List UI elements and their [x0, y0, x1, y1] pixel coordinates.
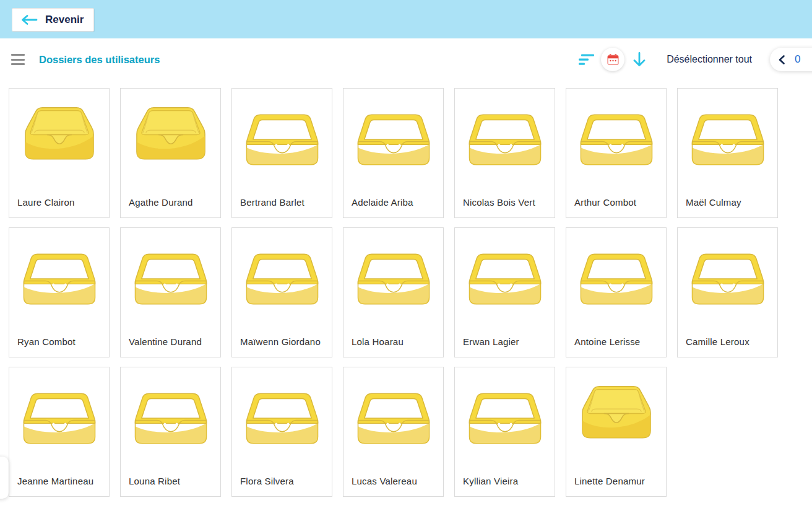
chevron-left-icon[interactable] — [778, 55, 785, 65]
back-arrow-icon — [20, 14, 38, 25]
folder-name: Arthur Combot — [574, 197, 636, 208]
folder-name: Adelaide Ariba — [352, 197, 413, 208]
folder-card[interactable]: Erwan Lagier — [454, 227, 555, 357]
folder-card[interactable]: Flora Silvera — [231, 367, 332, 497]
top-bar: Revenir — [0, 0, 812, 38]
folder-card[interactable]: Jeanne Martineau — [9, 367, 110, 497]
inbox-empty-icon — [232, 253, 332, 308]
back-button[interactable]: Revenir — [12, 8, 94, 32]
deselect-all-button[interactable]: Désélectionner tout — [667, 54, 752, 65]
folder-grid: Laure Clairon Agathe Durand Bertrand Bar… — [9, 88, 812, 497]
selection-count: 0 — [795, 53, 800, 66]
folder-card[interactable]: Ryan Combot — [9, 227, 110, 357]
folder-name: Kyllian Vieira — [463, 476, 518, 486]
folder-name: Laure Clairon — [17, 197, 75, 208]
folder-name: Linette Denamur — [574, 476, 645, 486]
folder-name: Ryan Combot — [17, 336, 76, 347]
inbox-empty-icon — [343, 253, 443, 308]
folder-name: Maïwenn Giordano — [240, 336, 321, 347]
folder-name: Valentine Durand — [129, 336, 202, 347]
inbox-empty-icon — [455, 113, 555, 169]
folder-name: Bertrand Barlet — [240, 197, 304, 208]
inbox-empty-icon — [566, 113, 666, 169]
folder-name: Maël Culmay — [686, 197, 741, 208]
folder-card[interactable]: Maël Culmay — [677, 88, 778, 218]
inbox-empty-icon — [678, 113, 777, 169]
folder-card[interactable]: Maïwenn Giordano — [231, 227, 332, 357]
folder-card[interactable]: Nicolas Bois Vert — [454, 88, 555, 218]
inbox-empty-icon — [343, 392, 443, 447]
folder-name: Lola Hoarau — [352, 336, 404, 347]
folder-card[interactable]: Valentine Durand — [120, 227, 221, 357]
inbox-empty-icon — [678, 253, 777, 308]
folder-name: Flora Silvera — [240, 476, 294, 486]
sort-icon[interactable] — [578, 53, 594, 66]
folder-card[interactable]: Lucas Valereau — [343, 367, 444, 497]
inbox-empty-icon — [455, 253, 555, 308]
back-button-label: Revenir — [45, 14, 84, 26]
inbox-empty-icon — [566, 253, 666, 308]
folder-name: Agathe Durand — [129, 197, 193, 208]
folder-card[interactable]: Antoine Lerisse — [566, 227, 667, 357]
inbox-full-icon — [9, 105, 109, 166]
selection-counter[interactable]: 0 — [770, 48, 812, 71]
inbox-empty-icon — [232, 113, 332, 169]
folder-name: Antoine Lerisse — [574, 336, 640, 347]
folder-name: Camille Leroux — [686, 336, 749, 347]
inbox-empty-icon — [121, 392, 220, 447]
toolbar-actions: Désélectionner tout — [578, 48, 752, 71]
folder-name: Nicolas Bois Vert — [463, 197, 535, 208]
folder-card[interactable]: Lola Hoarau — [343, 227, 444, 357]
menu-icon[interactable] — [11, 54, 26, 65]
folder-card[interactable]: Kyllian Vieira — [454, 367, 555, 497]
inbox-empty-icon — [343, 113, 443, 169]
folder-name: Erwan Lagier — [463, 336, 519, 347]
inbox-empty-icon — [121, 253, 220, 308]
page-title: Dossiers des utilisateurs — [39, 54, 160, 66]
inbox-full-icon — [121, 105, 220, 166]
inbox-empty-icon — [9, 253, 109, 308]
folder-card[interactable]: Bertrand Barlet — [231, 88, 332, 218]
calendar-icon[interactable] — [601, 48, 624, 71]
folder-name: Lucas Valereau — [352, 476, 417, 486]
inbox-empty-icon — [9, 392, 109, 447]
folder-card[interactable]: Arthur Combot — [566, 88, 667, 218]
inbox-empty-icon — [232, 392, 332, 447]
toolbar: Dossiers des utilisateurs — [0, 38, 812, 81]
folder-card[interactable]: Agathe Durand — [120, 88, 221, 218]
folder-card[interactable]: Adelaide Ariba — [343, 88, 444, 218]
folder-card[interactable]: Linette Denamur — [566, 367, 667, 497]
inbox-full-icon — [566, 384, 666, 445]
folder-name: Jeanne Martineau — [17, 476, 93, 486]
inbox-empty-icon — [455, 392, 555, 447]
folder-card[interactable]: Louna Ribet — [120, 367, 221, 497]
download-arrow-icon[interactable] — [633, 51, 646, 68]
folder-card[interactable]: Laure Clairon — [9, 88, 110, 218]
folder-name: Louna Ribet — [129, 476, 180, 486]
edge-panel-handle[interactable] — [0, 457, 9, 499]
folder-card[interactable]: Camille Leroux — [677, 227, 778, 357]
